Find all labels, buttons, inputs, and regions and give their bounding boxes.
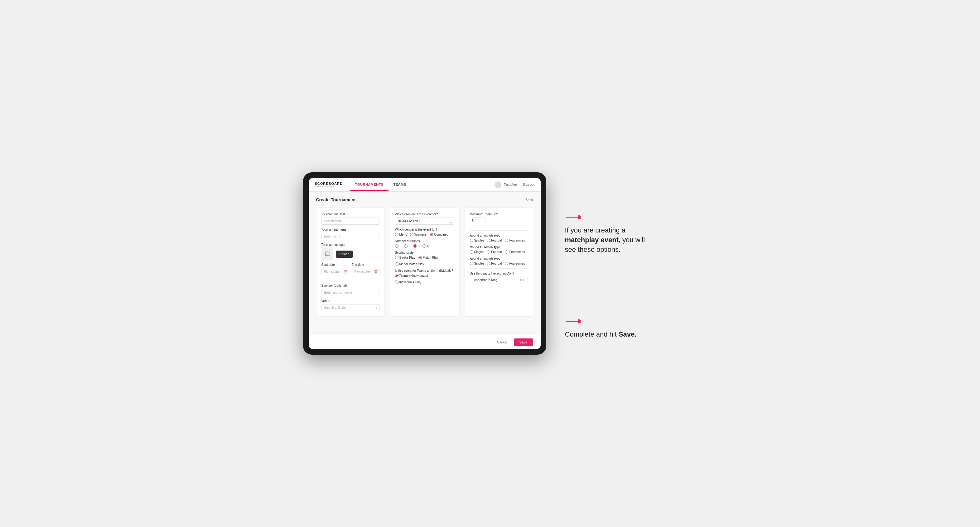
tablet-screen: SCOREBOARD Powered by clippit TOURNAMENT… xyxy=(309,178,541,349)
venue-input[interactable] xyxy=(321,304,379,311)
teams-option-label: Teams (+Individuals) xyxy=(399,274,428,277)
round1-foursomes-label: Foursomes xyxy=(509,239,525,242)
end-date-input[interactable] xyxy=(352,268,379,275)
max-team-size-input[interactable] xyxy=(470,217,485,224)
scoring-stroke-label: Stroke Play xyxy=(399,256,415,259)
third-party-select[interactable]: Leaderboard King × ∨ xyxy=(470,277,528,283)
max-team-size-label: Maximum Team Size xyxy=(470,213,528,216)
gender-mens-label: Mens xyxy=(399,233,407,236)
round1-singles[interactable]: Singles xyxy=(470,239,485,242)
round3-foursomes-label: Foursomes xyxy=(509,262,525,265)
logo-title: SCOREBOARD xyxy=(315,182,343,186)
round1-fourball[interactable]: Fourball xyxy=(487,239,502,242)
tournament-logo-label: Tournament logo xyxy=(321,243,379,246)
arrow-right-icon xyxy=(565,213,581,222)
avatar xyxy=(495,181,501,188)
division-label: Which division is the event for? xyxy=(395,213,454,216)
venue-label: Venue xyxy=(321,299,379,303)
upload-button[interactable]: Upload xyxy=(336,251,353,258)
save-button[interactable]: Save xyxy=(514,338,533,346)
round-1[interactable]: 1 xyxy=(395,244,401,248)
scoring-stroke[interactable]: Stroke Play xyxy=(395,256,415,259)
round2-singles[interactable]: Singles xyxy=(470,250,485,254)
round-2-label: 2 xyxy=(409,244,410,248)
gender-combined[interactable]: Combined xyxy=(430,233,449,236)
footer-bar: Cancel Save xyxy=(309,335,541,349)
scoring-match[interactable]: Match Play xyxy=(418,256,438,259)
back-button[interactable]: ← Back xyxy=(521,198,533,202)
form-layout: Tournament Host Tournament name Tourname… xyxy=(316,207,533,317)
rounds-radio-group: 1 2 3 4 xyxy=(395,244,454,248)
scoring-match-label: Match Play xyxy=(423,256,438,259)
round2-match-type: Round 2 - Match Type Singles Fourball xyxy=(470,245,528,254)
round3-label: Round 3 - Match Type xyxy=(470,257,528,260)
round2-foursomes-label: Foursomes xyxy=(509,250,525,254)
third-party-clear[interactable]: × ∨ xyxy=(520,278,525,282)
round3-options: Singles Fourball Foursomes xyxy=(470,262,528,265)
left-panel: Tournament Host Tournament name Tourname… xyxy=(316,207,385,317)
scoring-medal[interactable]: Medal Match Play xyxy=(395,262,424,266)
tab-teams[interactable]: TEAMS xyxy=(388,179,411,191)
round2-label: Round 2 - Match Type xyxy=(470,245,528,249)
round3-foursomes[interactable]: Foursomes xyxy=(505,262,525,265)
content-area: Create Tournament ← Back Tournament Host… xyxy=(309,192,541,335)
round2-foursomes[interactable]: Foursomes xyxy=(505,250,525,254)
start-date-group: Start date 📅 xyxy=(321,263,349,275)
tab-tournaments[interactable]: TOURNAMENTS xyxy=(350,179,388,191)
gender-womens[interactable]: Womens xyxy=(410,233,426,236)
round-3[interactable]: 3 xyxy=(414,244,420,248)
tournament-host-label: Tournament Host xyxy=(321,213,379,216)
bottom-annotation-text: Complete and hit Save. xyxy=(565,330,652,340)
round3-singles[interactable]: Singles xyxy=(470,262,485,265)
round-4-label: 4 xyxy=(427,244,429,248)
third-party-value: Leaderboard King xyxy=(473,278,498,282)
round-1-label: 1 xyxy=(399,244,401,248)
round3-singles-label: Singles xyxy=(474,262,485,265)
rounds-label: Number of rounds xyxy=(395,239,454,243)
middle-panel: Which division is the event for? NCAA Di… xyxy=(390,207,460,317)
gender-mens[interactable]: Mens xyxy=(395,233,407,236)
bottom-annotation: Complete and hit Save. xyxy=(565,317,677,340)
gender-combined-label: Combined xyxy=(434,233,449,236)
teams-label: Is this event for Teams and/or Individua… xyxy=(395,269,454,272)
scoring-radio-group: Stroke Play Match Play Medal Match Play xyxy=(395,256,454,266)
top-annotation: If you are creating a matchplay event, y… xyxy=(565,213,677,254)
page-title: Create Tournament xyxy=(316,197,356,202)
division-select-wrapper: NCAA Division I xyxy=(395,217,454,228)
right-panel: Maximum Team Size Round 1 - Match Type S… xyxy=(465,207,533,317)
round2-options: Singles Fourball Foursomes xyxy=(470,250,528,254)
individuals-option-label: Individuals Only xyxy=(399,281,422,284)
start-date-wrapper: 📅 xyxy=(321,268,349,275)
round3-fourball-label: Fourball xyxy=(491,262,502,265)
round3-fourball[interactable]: Fourball xyxy=(487,262,502,265)
nav-bar: SCOREBOARD Powered by clippit TOURNAMENT… xyxy=(309,178,541,192)
division-select[interactable]: NCAA Division I xyxy=(395,217,454,225)
logo-upload-area: 🖼 Upload xyxy=(321,248,379,260)
signout-link[interactable]: Sign out xyxy=(523,183,535,186)
tournament-host-input[interactable] xyxy=(321,217,379,225)
sponsor-input[interactable] xyxy=(321,289,379,296)
venue-wrapper: ▾ xyxy=(321,304,379,311)
tournament-name-input[interactable] xyxy=(321,233,379,240)
date-row: Start date 📅 End date 📅 xyxy=(321,263,379,275)
round2-fourball[interactable]: Fourball xyxy=(487,250,502,254)
round1-label: Round 1 - Match Type xyxy=(470,234,528,237)
round-4[interactable]: 4 xyxy=(423,244,429,248)
page-wrapper: SCOREBOARD Powered by clippit TOURNAMENT… xyxy=(303,172,677,355)
nav-right: Test User | Sign out xyxy=(495,181,535,188)
gender-womens-label: Womens xyxy=(414,233,426,236)
third-party-label: Use third-party live scoring API? xyxy=(470,272,528,275)
round1-foursomes[interactable]: Foursomes xyxy=(505,239,525,242)
user-name: Test User xyxy=(504,183,517,186)
teams-option[interactable]: Teams (+Individuals) xyxy=(395,274,428,277)
end-date-wrapper: 📅 xyxy=(352,268,379,275)
end-date-label: End date xyxy=(352,263,379,267)
cancel-button[interactable]: Cancel xyxy=(493,338,511,346)
round-2[interactable]: 2 xyxy=(404,244,410,248)
round1-fourball-label: Fourball xyxy=(491,239,502,242)
end-date-group: End date 📅 xyxy=(352,263,379,275)
start-date-label: Start date xyxy=(321,263,349,267)
top-annotation-text: If you are creating a matchplay event, y… xyxy=(565,225,652,254)
individuals-option[interactable]: Individuals Only xyxy=(395,281,422,284)
start-date-input[interactable] xyxy=(321,268,349,275)
